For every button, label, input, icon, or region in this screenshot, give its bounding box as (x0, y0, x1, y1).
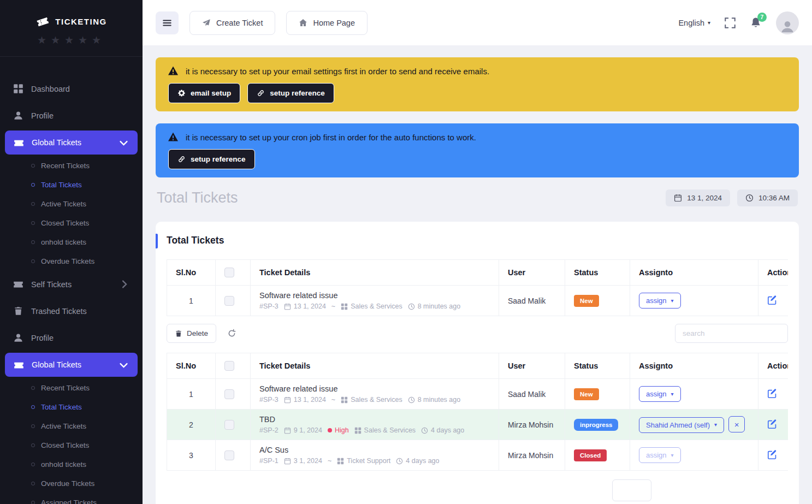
subitem-label: Total Tickets (41, 403, 82, 411)
sidebar-subitem-assigned-tickets[interactable]: Assigned Tickets (0, 493, 143, 504)
edit-ticket-button[interactable] (767, 295, 778, 305)
priority-separator: ~ (328, 457, 331, 465)
sidebar-item-global-tickets[interactable]: Global Tickets (5, 131, 138, 155)
bullet-icon (31, 183, 35, 187)
delete-button[interactable]: Delete (167, 324, 216, 343)
create-ticket-button[interactable]: Create Ticket (189, 11, 275, 35)
ticket-ref: #SP-2 (259, 426, 278, 434)
sidebar-subitem-closed-tickets-2[interactable]: Closed Tickets (0, 436, 143, 455)
row-checkbox[interactable] (224, 450, 234, 460)
ticketing-logo-icon (35, 14, 50, 28)
current-time: 10:36 AM (758, 194, 790, 202)
ticket-title[interactable]: Software related issue (259, 291, 490, 300)
sidebar-subitem-active-tickets-2[interactable]: Active Tickets (0, 417, 143, 436)
sidebar-item-label: Self Tickets (31, 280, 72, 289)
ticket-ref: #SP-3 (259, 396, 278, 404)
refresh-button[interactable] (227, 329, 236, 338)
ticket-ago: 8 minutes ago (418, 303, 461, 310)
sidebar-item-trashed-tickets[interactable]: Trashed Tickets (0, 298, 143, 324)
sidebar-item-dashboard[interactable]: Dashboard (0, 75, 143, 102)
brand[interactable]: TICKETING (0, 0, 143, 28)
email-setup-button[interactable]: email setup (168, 83, 240, 103)
row-checkbox[interactable] (224, 420, 234, 430)
hamburger-menu-button[interactable] (156, 11, 179, 34)
bullet-icon (31, 501, 35, 504)
ticket-category: Sales & Services (351, 303, 402, 310)
bullet-icon (31, 405, 35, 409)
calendar-icon (284, 303, 291, 310)
sidebar-subitem-onhold-tickets-2[interactable]: onhold tickets (0, 455, 143, 474)
per-page-select[interactable] (612, 479, 651, 501)
category-grid-icon (337, 458, 344, 465)
trash-icon (13, 306, 23, 316)
sidebar-subitem-overdue-tickets-2[interactable]: Overdue Tickets (0, 474, 143, 493)
select-all-checkbox[interactable] (224, 361, 234, 371)
bullet-icon (31, 259, 35, 263)
alert-text: it is necessary to set up your email set… (186, 67, 489, 76)
assign-dropdown[interactable]: assign▾ (639, 293, 681, 309)
home-page-button[interactable]: Home Page (286, 11, 368, 35)
table-header-row: Sl.No Ticket Details User Status Assignt… (167, 353, 789, 379)
sidebar-subitem-closed-tickets[interactable]: Closed Tickets (0, 214, 143, 233)
ticket-ref: #SP-3 (259, 303, 278, 310)
fullscreen-button[interactable] (725, 17, 736, 28)
subitem-label: Assigned Tickets (41, 499, 97, 504)
ticket-user: Mirza Mohsin (499, 410, 565, 440)
row-checkbox[interactable] (224, 389, 234, 399)
sidebar-subitem-recent-tickets[interactable]: Recent Tickets (0, 156, 143, 175)
sidebar-item-profile-2[interactable]: Profile (0, 324, 143, 351)
sidebar-subitem-onhold-tickets[interactable]: onhold tickets (0, 233, 143, 252)
search-input[interactable] (675, 324, 788, 343)
subitem-label: Overdue Tickets (41, 479, 94, 488)
assigned-user-dropdown[interactable]: Shahid Ahmed (self)▾ (639, 417, 724, 433)
edit-ticket-button[interactable] (767, 388, 778, 399)
col-select (216, 353, 251, 379)
row-checkbox[interactable] (224, 296, 234, 306)
ticket-title[interactable]: Software related issue (259, 384, 490, 393)
sidebar-subitem-overdue-tickets[interactable]: Overdue Tickets (0, 252, 143, 271)
sidebar-item-self-tickets[interactable]: Self Tickets (0, 271, 143, 298)
ticket-priority: High (335, 426, 349, 434)
user-avatar[interactable] (776, 11, 799, 34)
edit-ticket-button[interactable] (767, 419, 778, 429)
sidebar-subitem-recent-tickets-2[interactable]: Recent Tickets (0, 378, 143, 398)
setup-reference-button[interactable]: setup reference (247, 83, 334, 103)
sidebar-subitem-active-tickets[interactable]: Active Tickets (0, 194, 143, 214)
link-icon (177, 155, 186, 163)
edit-icon (767, 388, 778, 399)
brand-name: TICKETING (55, 17, 106, 26)
assign-dropdown[interactable]: assign▾ (639, 386, 681, 402)
sidebar-subitem-total-tickets-2[interactable]: Total Tickets (0, 398, 143, 417)
gear-icon (177, 89, 186, 97)
unassign-button[interactable]: × (728, 416, 745, 432)
clock-icon (745, 194, 754, 202)
select-all-checkbox[interactable] (224, 268, 234, 277)
notifications-button[interactable]: 7 (750, 17, 762, 29)
page-header: Total Tickets 13 1, 2024 10:36 AM (157, 189, 798, 206)
person-icon (13, 333, 23, 343)
sidebar-subitem-total-tickets[interactable]: Total Tickets (0, 175, 143, 194)
calendar-icon (674, 194, 682, 202)
ticket-title[interactable]: A/C Sus (259, 446, 490, 454)
ticket-title[interactable]: TBD (259, 415, 490, 424)
trash-icon (175, 330, 182, 337)
col-select (216, 260, 251, 286)
ticket-row: 3 A/C Sus #SP-1 3 1, 2024 ~ Ticket Suppo… (167, 440, 789, 471)
edit-ticket-button[interactable] (767, 449, 778, 460)
sidebar-item-profile[interactable]: Profile (0, 102, 143, 129)
col-action: Action (758, 353, 789, 379)
setup-reference-label: setup reference (270, 89, 325, 97)
ticket-date: 9 1, 2024 (294, 426, 322, 434)
subitem-label: Closed Tickets (41, 441, 89, 449)
language-selector[interactable]: English ▾ (678, 19, 710, 27)
sidebar-item-label: Profile (31, 334, 54, 342)
refresh-icon (227, 329, 236, 338)
col-status: Status (565, 353, 630, 379)
setup-reference-button[interactable]: setup reference (168, 149, 255, 169)
paper-plane-icon (202, 19, 211, 27)
person-icon (13, 110, 23, 121)
assign-dropdown[interactable]: assign▾ (639, 447, 681, 463)
sidebar-item-global-tickets-2[interactable]: Global Tickets (5, 353, 138, 377)
bullet-icon (31, 463, 35, 466)
home-page-label: Home Page (313, 19, 355, 27)
